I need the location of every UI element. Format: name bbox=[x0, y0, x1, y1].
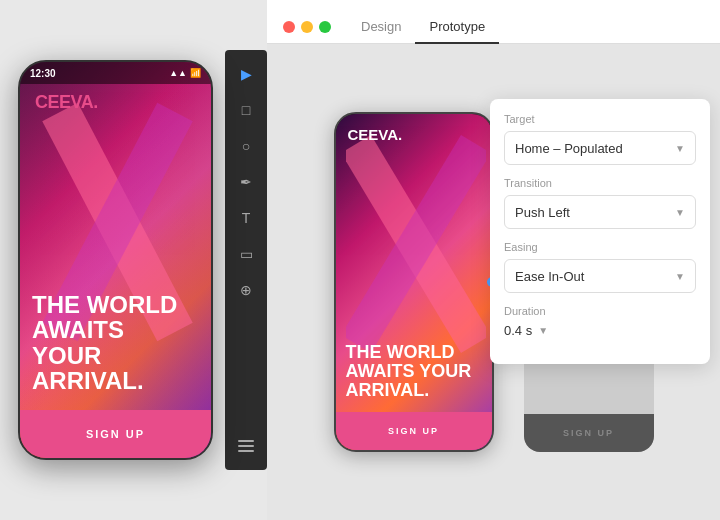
signal-icon: ▲▲ bbox=[169, 68, 187, 78]
preview-cta: SIGN UP bbox=[336, 412, 492, 450]
transition-value: Push Left bbox=[515, 205, 570, 220]
layers-button[interactable] bbox=[230, 430, 262, 462]
target-section: Target Home – Populated ▼ bbox=[504, 113, 696, 165]
tabs-bar: Design Prototype bbox=[267, 0, 720, 44]
phone-cta: SIGN UP bbox=[20, 410, 211, 458]
easing-label: Easing bbox=[504, 241, 696, 253]
transition-dropdown-arrow: ▼ bbox=[675, 207, 685, 218]
phone-headline: THE WORLD AWAITS YOUR ARRIVAL. bbox=[32, 292, 199, 393]
toolbar: ▶ □ ○ ✒ T ▭ ⊕ bbox=[225, 50, 267, 470]
wifi-icon: 📶 bbox=[190, 68, 201, 78]
circle-tool[interactable]: ○ bbox=[230, 130, 262, 162]
preview-headline: THE WORLD AWAITS YOUR ARRIVAL. bbox=[346, 343, 482, 400]
duration-label: Duration bbox=[504, 305, 696, 317]
easing-dropdown-arrow: ▼ bbox=[675, 271, 685, 282]
preview-screen: CEEVA. THE WORLD AWAITS YOUR ARRIVAL. SI… bbox=[336, 114, 492, 450]
svg-rect-2 bbox=[238, 440, 254, 442]
phone-status-bar: 12:30 ▲▲ 📶 bbox=[20, 62, 211, 84]
preview-logo: CEEVA. bbox=[348, 126, 403, 143]
phone-device: 12:30 ▲▲ 📶 CEEVA. THE WORLD AWAITS YOUR … bbox=[18, 60, 213, 460]
next-screen-cta: SIGN UP bbox=[524, 414, 654, 452]
target-dropdown-arrow: ▼ bbox=[675, 143, 685, 154]
phone-logo: CEEVA. bbox=[35, 92, 98, 113]
frame-tool[interactable]: □ bbox=[230, 94, 262, 126]
window-controls bbox=[283, 21, 331, 43]
phone-screen: 12:30 ▲▲ 📶 CEEVA. THE WORLD AWAITS YOUR … bbox=[20, 62, 211, 458]
target-dropdown[interactable]: Home – Populated ▼ bbox=[504, 131, 696, 165]
minimize-button[interactable] bbox=[301, 21, 313, 33]
text-tool[interactable]: T bbox=[230, 202, 262, 234]
svg-rect-3 bbox=[238, 445, 254, 447]
cursor-tool[interactable]: ▶ bbox=[230, 58, 262, 90]
design-area: Design Prototype CEEVA. THE WORLD AWAITS… bbox=[267, 0, 720, 520]
tab-prototype[interactable]: Prototype bbox=[415, 11, 499, 44]
layers-icon bbox=[238, 440, 254, 452]
tab-design[interactable]: Design bbox=[347, 11, 415, 44]
duration-section: Duration 0.4 s ▼ bbox=[504, 305, 696, 338]
preview-x-graphic bbox=[346, 134, 486, 354]
phone-time: 12:30 bbox=[30, 68, 56, 79]
main-container: 12:30 ▲▲ 📶 CEEVA. THE WORLD AWAITS YOUR … bbox=[0, 0, 720, 520]
preview-phone: CEEVA. THE WORLD AWAITS YOUR ARRIVAL. SI… bbox=[334, 112, 494, 452]
canvas-area: CEEVA. THE WORLD AWAITS YOUR ARRIVAL. SI… bbox=[267, 44, 720, 520]
phone-status-icons: ▲▲ 📶 bbox=[169, 68, 201, 78]
easing-dropdown[interactable]: Ease In-Out ▼ bbox=[504, 259, 696, 293]
pen-tool[interactable]: ✒ bbox=[230, 166, 262, 198]
zoom-tool[interactable]: ⊕ bbox=[230, 274, 262, 306]
easing-section: Easing Ease In-Out ▼ bbox=[504, 241, 696, 293]
rect-tool[interactable]: ▭ bbox=[230, 238, 262, 270]
svg-rect-4 bbox=[238, 450, 254, 452]
target-label: Target bbox=[504, 113, 696, 125]
duration-row: 0.4 s ▼ bbox=[504, 323, 696, 338]
duration-value: 0.4 s bbox=[504, 323, 532, 338]
transition-dropdown[interactable]: Push Left ▼ bbox=[504, 195, 696, 229]
close-button[interactable] bbox=[283, 21, 295, 33]
target-value: Home – Populated bbox=[515, 141, 623, 156]
transition-label: Transition bbox=[504, 177, 696, 189]
transition-section: Transition Push Left ▼ bbox=[504, 177, 696, 229]
easing-value: Ease In-Out bbox=[515, 269, 584, 284]
prototype-panel: Target Home – Populated ▼ Transition Pus… bbox=[490, 99, 710, 364]
maximize-button[interactable] bbox=[319, 21, 331, 33]
duration-dropdown-arrow[interactable]: ▼ bbox=[538, 325, 548, 336]
